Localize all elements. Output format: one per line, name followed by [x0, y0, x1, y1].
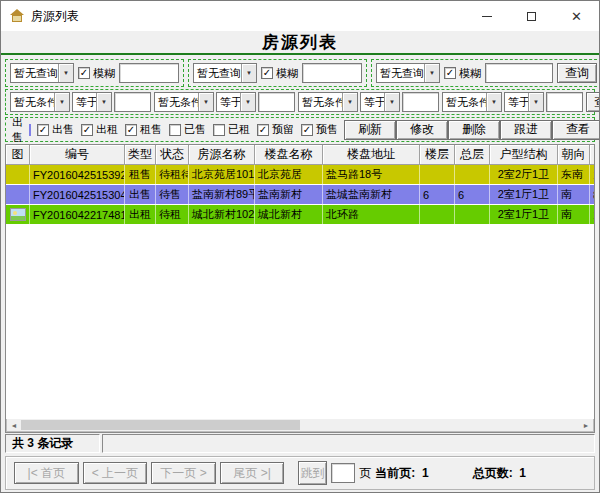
column-header-朝向[interactable]: 朝向	[558, 145, 590, 165]
fuzzy-checkbox-3[interactable]: ✓ 模糊	[444, 66, 481, 81]
table-cell[interactable]: 待租	[156, 205, 189, 224]
chevron-down-icon[interactable]: ▼	[58, 64, 73, 82]
table-cell[interactable]	[6, 165, 30, 184]
table-cell[interactable]: 东南	[558, 165, 590, 184]
chevron-down-icon[interactable]: ▼	[96, 93, 111, 111]
table-cell[interactable]: 2室2厅1卫	[490, 165, 558, 184]
action-button-跟进[interactable]: 跟进	[500, 120, 552, 140]
chevron-down-icon[interactable]: ▼	[241, 64, 256, 82]
condition-input-1[interactable]	[114, 92, 151, 112]
query-field-select-2[interactable]: 暂无查询 ▼	[193, 63, 257, 83]
table-row[interactable]: FY201604221748136480出租待租城北新村102平城北新村北环路2…	[6, 205, 594, 225]
table-cell[interactable]: 出售	[125, 185, 156, 204]
table-cell[interactable]: 盐城盐南新村	[323, 185, 420, 204]
first-page-button[interactable]: |< 首页	[14, 462, 79, 484]
jump-page-input[interactable]	[331, 463, 355, 483]
table-cell[interactable]: FY201604251530454540	[30, 185, 125, 204]
table-cell[interactable]	[420, 165, 455, 184]
column-header-总层[interactable]: 总层	[455, 145, 490, 165]
condition-operator-select-1[interactable]: 等于▼	[72, 92, 112, 112]
condition-field-select-4[interactable]: 暂无条件▼	[442, 92, 502, 112]
column-header-户型结构[interactable]: 户型结构	[490, 145, 558, 165]
condition-operator-select-4[interactable]: 等于▼	[504, 92, 544, 112]
status-checkbox-预留[interactable]: ✓预留	[257, 122, 294, 137]
query-field-select-1[interactable]: 暂无查询 ▼	[10, 63, 74, 83]
table-cell[interactable]: 待售	[156, 185, 189, 204]
column-header-编号[interactable]: 编号	[30, 145, 125, 165]
query-field-select-3[interactable]: 暂无查询 ▼	[376, 63, 440, 83]
table-cell[interactable]: FY201604251539263210	[30, 165, 125, 184]
table-cell[interactable]: 102	[590, 205, 594, 224]
action-button-查看[interactable]: 查看	[552, 120, 600, 140]
condition-input-3[interactable]	[402, 92, 439, 112]
fuzzy-checkbox-1[interactable]: ✓ 模糊	[78, 66, 115, 81]
table-cell[interactable]: 89	[590, 185, 594, 204]
chevron-down-icon[interactable]: ▼	[342, 93, 357, 111]
prev-page-button[interactable]: < 上一页	[83, 462, 148, 484]
query-input-2[interactable]	[302, 63, 362, 83]
last-page-button[interactable]: 尾页 >|	[220, 462, 285, 484]
condition-field-select-2[interactable]: 暂无条件▼	[154, 92, 214, 112]
minimize-button[interactable]	[464, 1, 509, 31]
table-cell[interactable]: 盐南新村89平	[189, 185, 255, 204]
table-cell[interactable]: 北京苑居101平	[189, 165, 255, 184]
table-cell[interactable]	[455, 165, 490, 184]
table-cell[interactable]: 2室1厅1卫	[490, 205, 558, 224]
table-row[interactable]: FY201604251539263210租售待租待北京苑居101平北京苑居盐马路…	[6, 165, 594, 185]
condition-input-2[interactable]	[258, 92, 295, 112]
table-row[interactable]: FY201604251530454540出售待售盐南新村89平盐南新村盐城盐南新…	[6, 185, 594, 205]
table-cell[interactable]: 租售	[125, 165, 156, 184]
scrollbar-thumb[interactable]	[21, 420, 300, 430]
chevron-down-icon[interactable]: ▼	[384, 93, 399, 111]
table-cell[interactable]: 盐马路18号	[323, 165, 420, 184]
column-header-楼盘地址[interactable]: 楼盘地址	[323, 145, 420, 165]
table-cell[interactable]: 城北新村102平	[189, 205, 255, 224]
horizontal-scrollbar[interactable]: ◄ ►	[6, 419, 594, 432]
column-header-状态[interactable]: 状态	[156, 145, 189, 165]
table-cell[interactable]	[6, 185, 30, 204]
table-cell[interactable]: 6	[420, 185, 455, 204]
status-checkbox-已售[interactable]: 已售	[169, 122, 206, 137]
query-input-1[interactable]	[119, 63, 179, 83]
chevron-down-icon[interactable]: ▼	[240, 93, 255, 111]
table-cell[interactable]: 6	[455, 185, 490, 204]
table-cell[interactable]: 北京苑居	[255, 165, 323, 184]
column-header-extra[interactable]	[590, 145, 595, 165]
fuzzy-checkbox-2[interactable]: ✓ 模糊	[261, 66, 298, 81]
table-cell[interactable]: 出租	[125, 205, 156, 224]
chevron-down-icon[interactable]: ▼	[54, 93, 69, 111]
status-checkbox-出租[interactable]: ✓出租	[81, 122, 118, 137]
table-cell[interactable]: 南	[558, 205, 590, 224]
table-cell[interactable]: 待租待	[156, 165, 189, 184]
chevron-down-icon[interactable]: ▼	[528, 93, 543, 111]
scroll-right-icon[interactable]: ►	[579, 419, 593, 431]
query-input-3[interactable]	[485, 63, 553, 83]
action-button-刷新[interactable]: 刷新	[344, 120, 396, 140]
chevron-down-icon[interactable]: ▼	[198, 93, 213, 111]
column-header-楼盘名称[interactable]: 楼盘名称	[255, 145, 323, 165]
table-cell[interactable]: 101	[590, 165, 594, 184]
status-checkbox-已租[interactable]: 已租	[213, 122, 250, 137]
table-cell[interactable]: 南	[558, 185, 590, 204]
table-cell[interactable]: 城北新村	[255, 205, 323, 224]
chevron-down-icon[interactable]: ▼	[424, 64, 439, 82]
condition-operator-select-3[interactable]: 等于▼	[360, 92, 400, 112]
column-header-类型[interactable]: 类型	[125, 145, 156, 165]
condition-operator-select-2[interactable]: 等于▼	[216, 92, 256, 112]
search-button-row2[interactable]: 查询	[586, 92, 600, 112]
table-cell[interactable]	[420, 205, 455, 224]
status-checkbox-预售[interactable]: ✓预售	[301, 122, 338, 137]
close-button[interactable]: ✕	[554, 1, 599, 31]
status-checkbox-租售[interactable]: ✓租售	[125, 122, 162, 137]
table-cell[interactable]: 盐南新村	[255, 185, 323, 204]
scrollbar-track[interactable]	[21, 419, 579, 431]
column-header-房源名称[interactable]: 房源名称	[189, 145, 255, 165]
maximize-button[interactable]	[509, 1, 554, 31]
table-cell[interactable]: FY201604221748136480	[30, 205, 125, 224]
column-header-图[interactable]: 图	[6, 145, 30, 165]
table-cell[interactable]: 2室1厅1卫	[490, 185, 558, 204]
jump-button[interactable]: 跳到	[298, 461, 327, 485]
next-page-button[interactable]: 下一页 >	[151, 462, 216, 484]
scroll-left-icon[interactable]: ◄	[7, 419, 21, 431]
condition-field-select-1[interactable]: 暂无条件▼	[10, 92, 70, 112]
